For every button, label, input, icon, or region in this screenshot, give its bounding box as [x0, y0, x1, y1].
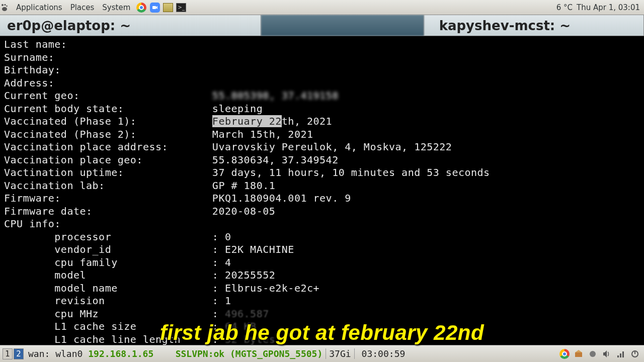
svg-rect-9 — [622, 351, 624, 357]
memory-indicator: 37Gi — [326, 348, 354, 359]
files-icon[interactable] — [163, 3, 173, 12]
svg-point-1 — [4, 4, 6, 5]
svg-point-6 — [590, 351, 596, 357]
menu-places[interactable]: Places — [66, 3, 99, 12]
cpu-info-line: cpu family : 4 — [4, 256, 640, 269]
cpu-info-line: model name : Elbrus-e2k-e2c+ — [4, 282, 640, 295]
clock-text: Thu Apr 1, 03:01 — [577, 3, 640, 12]
svg-point-0 — [2, 4, 4, 6]
terminal-line: Vaccinated (Phase 2): March 15th, 2021 — [4, 128, 640, 141]
updates-icon[interactable] — [573, 348, 584, 359]
power-icon[interactable] — [629, 348, 640, 359]
svg-rect-7 — [617, 355, 619, 357]
terminal-line: Vaccination place geo: 55.830634, 37.349… — [4, 154, 640, 167]
zoom-icon[interactable] — [150, 3, 160, 13]
terminal-line: Last name: — [4, 38, 640, 51]
terminal-line: Vaccination lab: GP # 180.1 — [4, 179, 640, 193]
cpu-info-line: processor : 0 — [4, 231, 640, 244]
svg-point-2 — [6, 5, 8, 7]
terminal-line: Vaccinated (Phase 1): February 22th, 202… — [4, 115, 640, 128]
cpu-info-line: revision : 1 — [4, 295, 640, 308]
terminal-line: Surname: — [4, 51, 640, 64]
bottom-panel: 1 2 wan: wlan0 192.168.1.65 SSLVPN:ok (M… — [0, 345, 644, 362]
tray-generic-icon[interactable] — [587, 348, 598, 359]
svg-point-3 — [2, 7, 7, 11]
window-titlebar: er0p@elaptop: ~ kapyshev-mcst: ~ — [0, 15, 644, 36]
cpu-info-line: cpu MHz : 496.587 — [4, 308, 640, 321]
top-panel: Applications Places System >_ 6 °C Thu A… — [0, 0, 644, 15]
terminal-line: Birthday: — [4, 64, 640, 77]
terminal-line: Vaccination place address: Uvarovskiy Pe… — [4, 141, 640, 154]
chrome-tray-icon[interactable] — [559, 348, 570, 359]
terminal-line: Address: — [4, 77, 640, 90]
bottom-clock: 03:00:59 — [359, 348, 409, 359]
terminal-line: Firmware: PKQ1.180904.001 rev. 9 — [4, 192, 640, 205]
svg-rect-5 — [575, 352, 582, 357]
network-tray-icon[interactable] — [615, 348, 626, 359]
workspace-1[interactable]: 1 — [3, 348, 13, 359]
terminal-tab-middle[interactable] — [261, 15, 424, 36]
menu-system[interactable]: System — [98, 3, 134, 12]
network-status: wan: wlan0 192.168.1.65 SSLVPN:ok (MGTS_… — [28, 348, 323, 359]
terminal-tab-left[interactable]: er0p@elaptop: ~ — [0, 15, 261, 36]
terminal-line: CPU info: — [4, 218, 640, 231]
volume-icon[interactable] — [601, 348, 612, 359]
terminal-output[interactable]: Last name: Surname: Birthday: Address: C… — [0, 36, 644, 345]
terminal-line: Current geo: 55.805398, 37.419158 — [4, 89, 640, 103]
svg-rect-8 — [620, 353, 621, 357]
svg-rect-4 — [152, 6, 156, 9]
video-subtitle: first jab he got at february 22nd — [160, 326, 484, 339]
cpu-info-line: model : 20255552 — [4, 269, 640, 282]
terminal-line: Vactination uptime: 37 days, 11 hours, 1… — [4, 166, 640, 179]
workspace-2[interactable]: 2 — [14, 348, 24, 359]
weather-text: 6 °C — [556, 3, 573, 12]
chrome-icon[interactable] — [136, 2, 147, 13]
cpu-info-line: vendor_id : E2K MACHINE — [4, 243, 640, 256]
terminal-tab-right[interactable]: kapyshev-mcst: ~ — [424, 15, 644, 36]
terminal-line: Current body state: sleeping — [4, 103, 640, 116]
terminal-line: Firmware date: 2020-08-05 — [4, 205, 640, 218]
terminal-launcher-icon[interactable]: >_ — [176, 3, 186, 12]
gnome-foot-icon — [0, 3, 9, 12]
menu-applications[interactable]: Applications — [12, 3, 66, 12]
